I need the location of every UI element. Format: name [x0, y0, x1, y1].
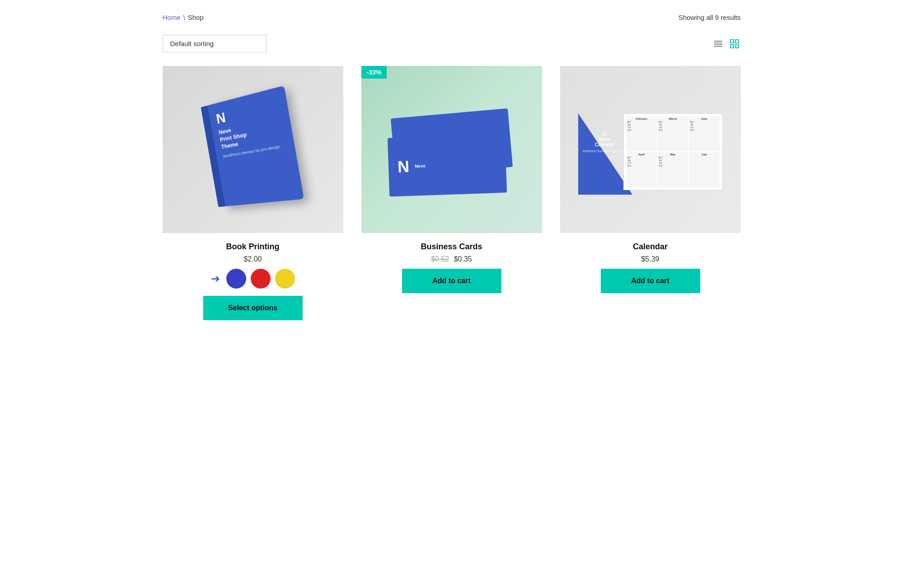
breadcrumb-current: Shop	[188, 14, 204, 21]
product-title-book-printing: Book Printing	[226, 242, 280, 252]
product-price-calendar: $5.39	[641, 255, 659, 263]
toolbar: Default sorting Sort by popularity Sort …	[163, 35, 741, 52]
swatch-red[interactable]	[251, 269, 271, 289]
color-swatches-row: ➔	[211, 269, 295, 289]
swatch-yellow[interactable]	[275, 269, 295, 289]
product-image-book-printing[interactable]: N NevePrint ShopTheme WordPress themes f…	[163, 66, 343, 233]
breadcrumb-separator: \	[183, 14, 185, 21]
product-image-business-cards[interactable]: N Neve Theme Print Shop N Neve -33%	[361, 66, 542, 233]
svg-rect-4	[730, 40, 734, 43]
swatch-blue[interactable]	[226, 269, 246, 289]
add-to-cart-button-business-cards[interactable]: Add to cart	[402, 269, 501, 293]
svg-rect-7	[735, 45, 739, 48]
product-title-business-cards: Business Cards	[421, 242, 482, 252]
product-card-calendar: FebruaryM T W T F S S MarchM T W T F S S…	[560, 66, 741, 320]
breadcrumb-bar: Home \ Shop Showing all 9 results	[163, 14, 741, 21]
results-count: Showing all 9 results	[678, 14, 741, 21]
product-price-business-cards: $0.52 $0.35	[431, 255, 472, 263]
product-title-calendar: Calendar	[633, 242, 668, 252]
grid-view-button[interactable]	[728, 37, 741, 50]
price-current-business-cards: $0.35	[454, 255, 472, 263]
view-toggle	[712, 37, 741, 50]
product-card-business-cards: N Neve Theme Print Shop N Neve -33% Busi…	[361, 66, 542, 320]
add-to-cart-button-calendar[interactable]: Add to cart	[601, 269, 700, 293]
product-image-calendar[interactable]: FebruaryM T W T F S S MarchM T W T F S S…	[560, 66, 741, 233]
discount-badge-business-cards: -33%	[361, 66, 387, 79]
product-price-book-printing: $2.00	[243, 255, 262, 263]
arrow-indicator: ➔	[211, 272, 220, 285]
breadcrumb-home-link[interactable]: Home	[163, 14, 181, 21]
list-view-button[interactable]	[712, 37, 725, 50]
sort-select[interactable]: Default sorting Sort by popularity Sort …	[163, 35, 267, 52]
svg-rect-5	[735, 40, 739, 43]
select-options-button[interactable]: Select options	[203, 296, 303, 320]
price-original-business-cards: $0.52	[431, 255, 449, 263]
product-grid: N NevePrint ShopTheme WordPress themes f…	[163, 66, 741, 320]
breadcrumb: Home \ Shop	[163, 14, 204, 21]
svg-rect-6	[730, 45, 734, 48]
product-card-book-printing: N NevePrint ShopTheme WordPress themes f…	[163, 66, 343, 320]
